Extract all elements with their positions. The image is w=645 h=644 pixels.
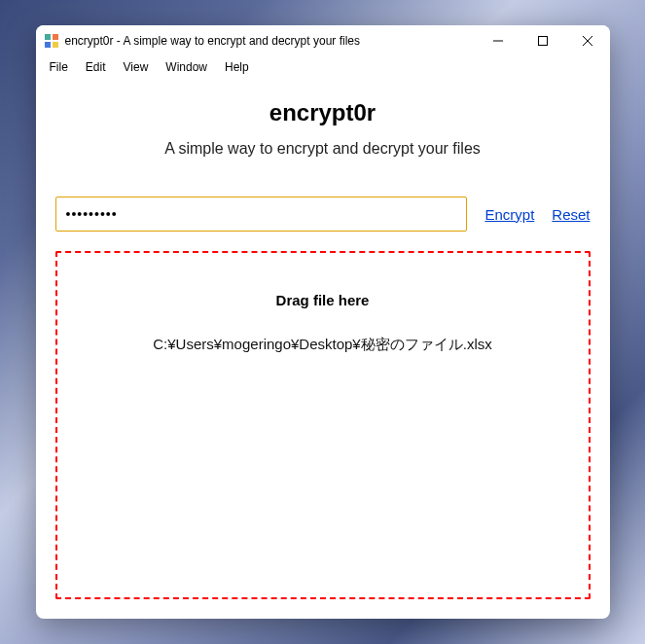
svg-rect-0: [45, 34, 51, 40]
dropzone-filepath: C:¥Users¥mogeringo¥Desktop¥秘密のファイル.xlsx: [77, 336, 569, 354]
window-title: encrypt0r - A simple way to encrypt and …: [65, 34, 476, 48]
app-icon: [44, 33, 59, 49]
app-window: encrypt0r - A simple way to encrypt and …: [36, 25, 610, 619]
dropzone[interactable]: Drag file here C:¥Users¥mogeringo¥Deskto…: [55, 251, 591, 599]
encrypt-link[interactable]: Encrypt: [484, 206, 534, 223]
window-controls: [476, 25, 610, 56]
maximize-button[interactable]: [520, 25, 565, 56]
close-button[interactable]: [565, 25, 610, 56]
svg-rect-5: [538, 37, 547, 46]
svg-rect-1: [53, 34, 58, 40]
svg-rect-2: [45, 42, 51, 48]
app-subtitle: A simple way to encrypt and decrypt your…: [55, 140, 591, 158]
menu-window[interactable]: Window: [158, 58, 215, 76]
minimize-button[interactable]: [476, 25, 520, 56]
menubar: File Edit View Window Help: [36, 56, 610, 78]
dropzone-title: Drag file here: [77, 292, 569, 308]
password-input[interactable]: [55, 197, 468, 232]
content-area: encrypt0r A simple way to encrypt and de…: [36, 78, 610, 619]
app-title: encrypt0r: [55, 99, 591, 126]
reset-link[interactable]: Reset: [552, 206, 590, 223]
titlebar[interactable]: encrypt0r - A simple way to encrypt and …: [36, 25, 610, 56]
menu-help[interactable]: Help: [217, 58, 257, 76]
menu-edit[interactable]: Edit: [78, 58, 114, 76]
menu-file[interactable]: File: [42, 58, 76, 76]
menu-view[interactable]: View: [116, 58, 157, 76]
svg-rect-3: [53, 42, 58, 48]
input-row: Encrypt Reset: [55, 197, 591, 232]
